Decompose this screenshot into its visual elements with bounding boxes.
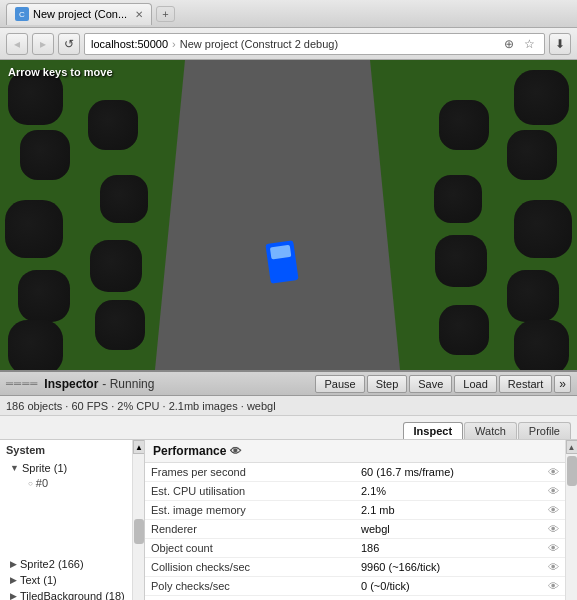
inspector-title: Inspector xyxy=(44,377,98,391)
perf-value-3: webgl xyxy=(355,520,541,539)
restart-button[interactable]: Restart xyxy=(499,375,552,393)
new-tab-button[interactable]: + xyxy=(156,6,174,22)
tab-profile[interactable]: Profile xyxy=(518,422,571,439)
browser-toolbar: ◂ ▸ ↺ localhost:50000 › New project (Con… xyxy=(0,28,577,60)
step-button[interactable]: Step xyxy=(367,375,408,393)
download-icon: ⬇ xyxy=(555,37,565,51)
scroll-up-button[interactable]: ▲ xyxy=(133,440,145,454)
address-icons: ⊕ ☆ xyxy=(500,35,538,53)
sidebar-item-text[interactable]: ▶ Text (1) xyxy=(0,572,144,588)
eye-toggle-icon[interactable]: 👁 xyxy=(548,504,559,516)
expand-arrow-icon: ▶ xyxy=(10,575,17,585)
performance-eye-icon: 👁 xyxy=(230,445,241,457)
reload-icon: ↺ xyxy=(64,37,74,51)
browser-tab[interactable]: C New project (Con... ✕ xyxy=(6,3,152,25)
perf-table-row: Renderer webgl 👁 xyxy=(145,520,565,539)
sidebar-child-0[interactable]: ○ #0 xyxy=(0,476,144,490)
inspector-status: - Running xyxy=(102,377,154,391)
eye-toggle-icon[interactable]: 👁 xyxy=(548,561,559,573)
perf-table-row: Collision checks/sec 9960 (~166/tick) 👁 xyxy=(145,558,565,577)
eye-toggle-icon[interactable]: 👁 xyxy=(548,485,559,497)
perf-eye-2[interactable]: 👁 xyxy=(541,501,565,520)
bush xyxy=(8,320,63,370)
sidebar-item-sprite2[interactable]: ▶ Sprite2 (166) xyxy=(0,556,144,572)
bush xyxy=(514,320,569,370)
perf-label-0: Frames per second xyxy=(145,463,355,482)
perf-label-2: Est. image memory xyxy=(145,501,355,520)
perf-eye-4[interactable]: 👁 xyxy=(541,539,565,558)
eye-toggle-icon[interactable]: 👁 xyxy=(548,542,559,554)
perf-label-5: Collision checks/sec xyxy=(145,558,355,577)
right-panel-scrollbar[interactable]: ▲ ▼ xyxy=(565,440,577,600)
inspector-buttons: Pause Step Save Load Restart » xyxy=(315,375,571,393)
right-scroll-up-button[interactable]: ▲ xyxy=(566,440,578,454)
tabs-row: Inspect Watch Profile xyxy=(0,416,577,440)
panel-content: Performance 👁 Frames per second 60 (16.7… xyxy=(145,440,577,600)
perf-table-row: Object count 186 👁 xyxy=(145,539,565,558)
status-text: 186 objects · 60 FPS · 2% CPU · 2.1mb im… xyxy=(6,400,276,412)
bush xyxy=(514,70,569,125)
bush xyxy=(439,100,489,150)
road-path xyxy=(155,60,400,370)
bush xyxy=(434,175,482,223)
perf-eye-6[interactable]: 👁 xyxy=(541,577,565,596)
address-separator: › xyxy=(172,38,176,50)
bush xyxy=(435,235,487,287)
tab-watch[interactable]: Watch xyxy=(464,422,517,439)
bush xyxy=(439,305,489,355)
tab-favicon: C xyxy=(15,7,29,21)
forward-icon: ▸ xyxy=(40,37,46,51)
bush xyxy=(18,270,70,322)
perf-table-row: Est. CPU utilisation 2.1% 👁 xyxy=(145,482,565,501)
perf-eye-5[interactable]: 👁 xyxy=(541,558,565,577)
expand-arrow-icon: ▼ xyxy=(10,463,19,473)
address-page: New project (Construct 2 debug) xyxy=(180,38,496,50)
sidebar-child-label: #0 xyxy=(36,477,48,489)
sidebar-scrollbar[interactable]: ▲ ▼ xyxy=(132,440,144,600)
download-button[interactable]: ⬇ xyxy=(549,33,571,55)
sidebar-item-label: TiledBackground (18) xyxy=(20,590,125,600)
perf-value-5: 9960 (~166/tick) xyxy=(355,558,541,577)
forward-button[interactable]: ▸ xyxy=(32,33,54,55)
save-button[interactable]: Save xyxy=(409,375,452,393)
tab-inspect[interactable]: Inspect xyxy=(403,422,464,439)
player-sprite xyxy=(265,240,298,284)
address-bar[interactable]: localhost:50000 › New project (Construct… xyxy=(84,33,545,55)
bush xyxy=(507,270,559,322)
perf-value-1: 2.1% xyxy=(355,482,541,501)
perf-table-row: Poly checks/sec 0 (~0/tick) 👁 xyxy=(145,577,565,596)
back-button[interactable]: ◂ xyxy=(6,33,28,55)
perf-eye-0[interactable]: 👁 xyxy=(541,463,565,482)
performance-table: Frames per second 60 (16.7 ms/frame) 👁 E… xyxy=(145,463,565,596)
perf-label-3: Renderer xyxy=(145,520,355,539)
perf-table-row: Est. image memory 2.1 mb 👁 xyxy=(145,501,565,520)
eye-toggle-icon[interactable]: 👁 xyxy=(548,523,559,535)
eye-toggle-icon[interactable]: 👁 xyxy=(548,580,559,592)
perf-eye-1[interactable]: 👁 xyxy=(541,482,565,501)
star-icon[interactable]: ☆ xyxy=(520,35,538,53)
expand-arrow-icon: ▶ xyxy=(10,559,17,569)
sidebar-item-sprite[interactable]: ▼ Sprite (1) xyxy=(0,460,144,476)
reload-button[interactable]: ↺ xyxy=(58,33,80,55)
main-panel: System ▼ Sprite (1) ○ #0 ▲ ▼ ▶ Sprite2 (… xyxy=(0,440,577,600)
perf-label-6: Poly checks/sec xyxy=(145,577,355,596)
back-icon: ◂ xyxy=(14,37,20,51)
performance-title: Performance xyxy=(153,444,226,458)
pause-button[interactable]: Pause xyxy=(315,375,364,393)
status-bar: 186 objects · 60 FPS · 2% CPU · 2.1mb im… xyxy=(0,396,577,416)
rss-icon[interactable]: ⊕ xyxy=(500,35,518,53)
inspector-grip-icon: ════ xyxy=(6,378,38,389)
scroll-thumb xyxy=(134,519,144,544)
tab-close-button[interactable]: ✕ xyxy=(135,9,143,20)
bush xyxy=(20,130,70,180)
bush xyxy=(507,130,557,180)
perf-label-4: Object count xyxy=(145,539,355,558)
more-button[interactable]: » xyxy=(554,375,571,393)
right-scroll-thumb xyxy=(567,456,577,486)
perf-eye-3[interactable]: 👁 xyxy=(541,520,565,539)
perf-value-0: 60 (16.7 ms/frame) xyxy=(355,463,541,482)
load-button[interactable]: Load xyxy=(454,375,496,393)
sidebar-item-tiledbg[interactable]: ▶ TiledBackground (18) xyxy=(0,588,144,600)
tab-title: New project (Con... xyxy=(33,8,127,20)
eye-toggle-icon[interactable]: 👁 xyxy=(548,466,559,478)
